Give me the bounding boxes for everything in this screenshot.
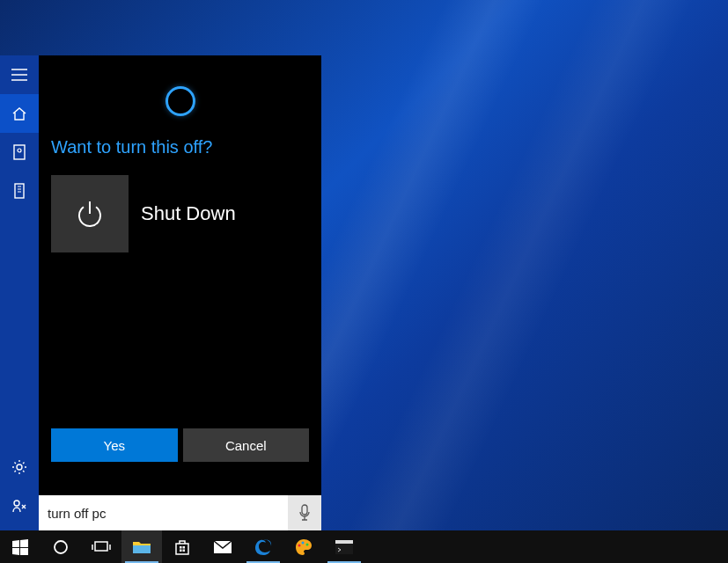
svg-point-15 <box>298 544 301 546</box>
svg-rect-2 <box>15 184 24 198</box>
rail-notebook[interactable] <box>0 133 39 172</box>
taskbar-store[interactable] <box>162 530 202 563</box>
mail-icon <box>213 540 232 554</box>
svg-point-8 <box>55 541 67 553</box>
rail-menu[interactable] <box>0 55 39 94</box>
taskbar-cmd[interactable] <box>324 530 364 563</box>
cortana-main: Want to turn this off? Shut Down Yes Can… <box>39 55 321 530</box>
rail-feedback[interactable] <box>0 486 39 525</box>
taskbar-paint[interactable] <box>283 530 324 563</box>
rail-home[interactable] <box>0 94 39 133</box>
mic-button[interactable] <box>288 495 321 530</box>
search-input[interactable] <box>39 495 288 530</box>
microphone-icon <box>298 504 311 522</box>
svg-point-4 <box>14 501 19 506</box>
cmd-icon <box>335 540 353 554</box>
svg-rect-9 <box>95 542 107 551</box>
cortana-ring-icon <box>165 86 195 116</box>
windows-icon <box>12 539 28 555</box>
result-tile <box>51 175 129 252</box>
rail-settings[interactable] <box>0 448 39 486</box>
cortana-prompt: Want to turn this off? <box>39 121 321 165</box>
svg-rect-12 <box>180 549 182 552</box>
taskbar-file-explorer[interactable] <box>121 530 162 563</box>
taskbar-cortana[interactable] <box>40 530 81 563</box>
cortana-result[interactable]: Shut Down <box>39 165 321 252</box>
taskbar-start[interactable] <box>0 530 40 563</box>
home-icon <box>11 106 27 121</box>
taskbar-task-view[interactable] <box>81 530 121 563</box>
cancel-button[interactable]: Cancel <box>183 428 310 462</box>
cortana-rail <box>0 55 39 530</box>
taskbar-mail[interactable] <box>202 530 243 563</box>
gear-icon <box>11 459 27 475</box>
taskbar <box>0 530 728 563</box>
svg-point-3 <box>17 464 22 470</box>
svg-rect-11 <box>183 546 186 549</box>
taskbar-edge[interactable] <box>243 530 283 563</box>
yes-button[interactable]: Yes <box>51 428 178 462</box>
svg-point-1 <box>18 149 21 152</box>
power-icon <box>72 196 107 231</box>
svg-rect-19 <box>335 540 353 544</box>
result-label: Shut Down <box>141 202 236 225</box>
feedback-icon <box>11 498 27 514</box>
svg-rect-13 <box>183 549 186 552</box>
search-row <box>39 495 321 530</box>
cortana-panel: Want to turn this off? Shut Down Yes Can… <box>0 55 321 530</box>
cortana-logo-area <box>39 55 321 121</box>
svg-rect-10 <box>180 546 182 549</box>
cortana-buttons: Yes Cancel <box>51 428 309 462</box>
svg-point-17 <box>306 543 309 545</box>
svg-point-16 <box>302 541 305 544</box>
paint-icon <box>294 537 313 557</box>
notebook-icon <box>12 144 26 160</box>
edge-icon <box>254 537 273 557</box>
rail-device[interactable] <box>0 172 39 210</box>
store-icon <box>173 538 191 556</box>
hamburger-icon <box>11 69 27 81</box>
svg-rect-7 <box>302 505 307 515</box>
device-icon <box>13 183 26 199</box>
cortana-circle-icon <box>53 539 69 555</box>
file-explorer-icon <box>132 539 151 555</box>
task-view-icon <box>92 540 111 554</box>
